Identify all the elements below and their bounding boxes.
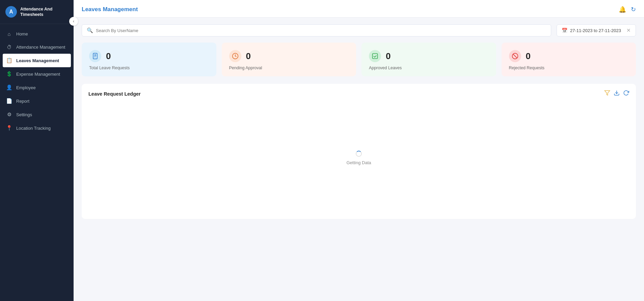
sidebar-item-label: Employee — [16, 85, 36, 90]
logo-icon: A — [5, 6, 17, 18]
leaves-icon: 📋 — [6, 57, 12, 64]
topbar-actions: 🔔 ↻ — [619, 6, 636, 13]
location-icon: 📍 — [6, 125, 12, 131]
notification-bell-icon[interactable]: 🔔 — [619, 6, 626, 13]
stat-card-top: 0 — [509, 50, 629, 62]
sidebar-item-report[interactable]: 📄 Report — [0, 94, 74, 108]
rejected-label: Rejected Requests — [509, 66, 629, 70]
sidebar-item-label: Leaves Management — [16, 58, 59, 63]
calendar-icon: 📅 — [562, 28, 567, 33]
search-input[interactable] — [96, 28, 546, 33]
main-content: Leaves Management 🔔 ↻ 🔍 📅 27-11-2023 to … — [74, 0, 644, 301]
sidebar-item-label: Home — [16, 31, 28, 36]
sidebar-item-label: Settings — [16, 112, 32, 117]
pending-icon — [229, 50, 241, 62]
topbar: Leaves Management 🔔 ↻ — [74, 0, 644, 18]
pending-value: 0 — [246, 51, 251, 61]
attendance-icon: ⏱ — [6, 44, 12, 50]
filter-icon[interactable] — [604, 90, 610, 98]
ledger-header: Leave Request Ledger — [88, 90, 629, 98]
sidebar-item-settings[interactable]: ⚙ Settings — [0, 108, 74, 121]
content-area: 🔍 📅 27-11-2023 to 27-11-2023 ✕ — [74, 18, 644, 301]
loading-text: Getting Data — [347, 160, 371, 165]
report-icon: 📄 — [6, 98, 12, 104]
stat-card-pending: 0 Pending Approval — [222, 43, 356, 76]
stat-card-top: 0 — [229, 50, 349, 62]
sidebar: A Attendance And Timesheets ‹ ⌂ Home ⏱ A… — [0, 0, 74, 301]
sidebar-logo: A Attendance And Timesheets — [0, 0, 74, 24]
page-title: Leaves Management — [82, 6, 138, 13]
stat-card-approved: 0 Approved Leaves — [361, 43, 496, 76]
svg-rect-2 — [373, 54, 378, 59]
stat-card-top: 0 — [89, 50, 209, 62]
sidebar-item-expense[interactable]: 💲 Expense Management — [0, 67, 74, 81]
ledger-title: Leave Request Ledger — [88, 91, 141, 97]
sidebar-item-leaves[interactable]: 📋 Leaves Management — [3, 54, 71, 67]
loading-state: Getting Data — [88, 104, 629, 212]
total-leaves-icon — [89, 50, 101, 62]
pending-label: Pending Approval — [229, 66, 349, 70]
sidebar-item-label: Attendance Management — [16, 45, 65, 50]
loading-spinner — [356, 151, 362, 157]
stat-card-total: 0 Total Leave Requests — [82, 43, 216, 76]
rejected-value: 0 — [526, 51, 531, 61]
sidebar-item-label: Location Tracking — [16, 126, 51, 131]
ledger-actions — [604, 90, 629, 98]
ledger-refresh-icon[interactable] — [623, 90, 629, 98]
total-leaves-label: Total Leave Requests — [89, 66, 209, 70]
sidebar-nav: ⌂ Home ⏱ Attendance Management 📋 Leaves … — [0, 24, 74, 301]
date-range-value: 27-11-2023 to 27-11-2023 — [570, 28, 621, 33]
sidebar-item-location[interactable]: 📍 Location Tracking — [0, 121, 74, 135]
sidebar-item-label: Report — [16, 99, 29, 104]
sidebar-item-employee[interactable]: 👤 Employee — [0, 81, 74, 94]
date-range-picker[interactable]: 📅 27-11-2023 to 27-11-2023 ✕ — [557, 24, 636, 36]
search-icon: 🔍 — [87, 27, 93, 33]
search-date-row: 🔍 📅 27-11-2023 to 27-11-2023 ✕ — [82, 24, 636, 36]
expense-icon: 💲 — [6, 71, 12, 77]
topbar-refresh-icon[interactable]: ↻ — [631, 6, 636, 13]
date-clear-icon[interactable]: ✕ — [626, 27, 631, 33]
approved-icon — [369, 50, 381, 62]
app-name: Attendance And Timesheets — [20, 6, 52, 18]
stat-card-rejected: 0 Rejected Requests — [502, 43, 636, 76]
approved-value: 0 — [386, 51, 391, 61]
approved-label: Approved Leaves — [369, 66, 489, 70]
stat-cards-grid: 0 Total Leave Requests 0 Pending Approva… — [82, 43, 636, 76]
total-leaves-value: 0 — [106, 51, 111, 61]
rejected-icon — [509, 50, 521, 62]
svg-line-4 — [513, 54, 517, 58]
download-icon[interactable] — [614, 90, 620, 98]
sidebar-item-label: Expense Management — [16, 72, 60, 77]
home-icon: ⌂ — [6, 31, 12, 37]
sidebar-item-home[interactable]: ⌂ Home — [0, 27, 74, 41]
svg-marker-5 — [605, 91, 610, 95]
leave-request-ledger: Leave Request Ledger — [82, 84, 636, 219]
search-input-wrap: 🔍 — [82, 24, 551, 36]
stat-card-top: 0 — [369, 50, 489, 62]
sidebar-item-attendance[interactable]: ⏱ Attendance Management — [0, 41, 74, 54]
employee-icon: 👤 — [6, 84, 12, 91]
settings-icon: ⚙ — [6, 111, 12, 118]
sidebar-collapse-button[interactable]: ‹ — [69, 17, 78, 26]
